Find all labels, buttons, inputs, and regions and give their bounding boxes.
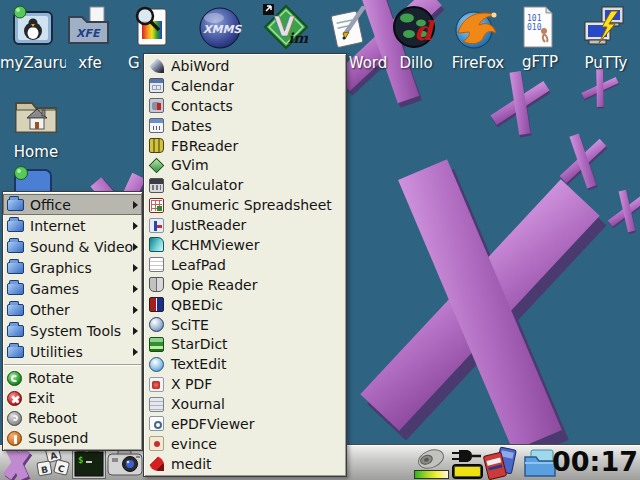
folder-icon <box>7 346 24 358</box>
taskbar-screenshot-button[interactable] <box>106 449 144 480</box>
abiword-icon <box>324 3 372 51</box>
dates-icon <box>149 118 164 133</box>
menu-item-fbreader[interactable]: FBReader <box>144 136 346 156</box>
keyboard-icon: A B C <box>35 447 73 479</box>
menu-item-epdfviewer[interactable]: ePDFViewer <box>144 414 346 434</box>
desktop-icon-image-viewer[interactable] <box>128 3 176 51</box>
menu-item-leafpad[interactable]: LeafPad <box>144 255 346 275</box>
menu-item-label: GVim <box>171 157 209 173</box>
exit-icon <box>7 391 22 406</box>
menu-category-utilities[interactable]: Utilities <box>3 341 142 362</box>
menu-item-scite[interactable]: SciTE <box>144 315 346 335</box>
menu-category-graphics[interactable]: Graphics <box>3 257 142 278</box>
menu-category-label: Internet <box>30 218 86 234</box>
desktop-icon-label-image-viewer: G <box>128 54 143 72</box>
menu-action-label: Rotate <box>28 370 74 386</box>
menu-category-office[interactable]: Office <box>3 194 142 215</box>
desktop-icon-xmms[interactable]: XMMS <box>196 3 244 51</box>
leafpad-notepad-icon <box>149 257 164 272</box>
taskbar-keyboard-button[interactable]: A B C <box>35 447 73 480</box>
dictionary-book-icon <box>149 297 164 312</box>
menu-item-label: KCHMViewer <box>171 237 259 253</box>
menu-item-abiword[interactable]: AbiWord <box>144 56 346 76</box>
menu-item-gnumeric[interactable]: Gnumeric Spreadsheet <box>144 195 346 215</box>
menu-category-system-tools[interactable]: System Tools <box>3 320 142 341</box>
submenu-arrow-icon <box>133 306 138 314</box>
vim-icon: V im <box>262 3 310 51</box>
menu-item-label: LeafPad <box>171 257 226 273</box>
menu-item-label: AbiWord <box>171 58 229 74</box>
camera-icon <box>106 449 144 477</box>
svg-text:XMMS: XMMS <box>203 23 242 36</box>
menu-item-justreader[interactable]: JustReader <box>144 215 346 235</box>
desktop-icon-gftp[interactable]: 101 010 <box>514 3 562 51</box>
menu-category-label: Office <box>30 197 71 213</box>
menu-item-contacts[interactable]: Contacts <box>144 96 346 116</box>
firefox-icon <box>452 3 500 51</box>
desktop-icon-abiword[interactable] <box>324 3 372 51</box>
menu-separator <box>4 364 141 366</box>
menu-category-other[interactable]: Other <box>3 299 142 320</box>
menu-category-label: System Tools <box>30 323 121 339</box>
menu-item-xpdf[interactable]: X PDF <box>144 374 346 394</box>
menu-item-qbedic[interactable]: QBEDic <box>144 295 346 315</box>
menu-category-label: Utilities <box>30 344 83 360</box>
menu-item-gvim[interactable]: GVim <box>144 155 346 175</box>
menu-item-label: Gnumeric Spreadsheet <box>171 197 332 213</box>
menu-item-textedit[interactable]: TextEdit <box>144 354 346 374</box>
gftp-icon: 101 010 <box>514 3 562 51</box>
desktop-icon-firefox[interactable] <box>452 3 500 51</box>
desktop-icon-label-firefox: FireFox <box>444 54 512 72</box>
tray-memory-cards[interactable] <box>482 446 522 480</box>
submenu-arrow-icon <box>133 327 138 335</box>
menu-item-evince[interactable]: evince <box>144 434 346 454</box>
desktop-icon-dillo[interactable]: d <box>390 3 438 51</box>
myzaurus-icon <box>8 3 56 51</box>
menu-action-reboot[interactable]: Reboot <box>3 408 142 428</box>
menu-item-label: Xournal <box>171 396 225 412</box>
submenu-arrow-icon <box>133 285 138 293</box>
scite-globe-icon <box>149 317 164 332</box>
desktop-icon-vim[interactable]: V im <box>262 3 310 51</box>
menu-item-label: Calendar <box>171 78 234 94</box>
desktop-icon-myzaurus[interactable] <box>8 3 56 51</box>
menu-item-dates[interactable]: Dates <box>144 116 346 136</box>
battery-level-bar[interactable] <box>452 464 483 479</box>
menu-item-stardict[interactable]: StarDict <box>144 334 346 354</box>
taskbar-terminal-button[interactable]: $ <box>72 446 106 480</box>
folder-icon <box>7 262 24 274</box>
menu-item-xournal[interactable]: Xournal <box>144 394 346 414</box>
menu-category-label: Games <box>30 281 79 297</box>
menu-item-galculator[interactable]: Galculator <box>144 175 346 195</box>
desktop-icon-xfe[interactable]: XFE <box>64 3 112 51</box>
menu-item-label: Dates <box>171 118 212 134</box>
menu-action-suspend[interactable]: Suspend <box>3 428 142 448</box>
menu-action-label: Suspend <box>28 430 88 446</box>
menu-action-rotate[interactable]: Rotate <box>3 368 142 388</box>
menu-category-games[interactable]: Games <box>3 278 142 299</box>
desktop-icon-putty[interactable] <box>580 3 628 51</box>
submenu-arrow-icon <box>133 201 138 209</box>
menu-item-label: Galculator <box>171 177 243 193</box>
menu-item-label: Opie Reader <box>171 277 257 293</box>
menu-category-internet[interactable]: Internet <box>3 215 142 236</box>
menu-category-sound-video[interactable]: Sound & Video <box>3 236 142 257</box>
menu-item-kchmviewer[interactable]: KCHMViewer <box>144 235 346 255</box>
desktop-icon-partial[interactable] <box>12 166 54 192</box>
putty-icon <box>580 3 628 51</box>
journal-icon <box>149 397 164 412</box>
submenu-arrow-icon <box>133 348 138 356</box>
desktop-icon-label-myzaurus: myZaurus <box>0 54 66 72</box>
taskbar-launcher-x[interactable] <box>1 446 33 480</box>
volume-level-bar[interactable] <box>414 470 449 479</box>
desktop-icon-home[interactable] <box>12 90 60 138</box>
open-book-icon <box>149 277 164 292</box>
desktop-icon-label-xfe: xfe <box>68 54 112 72</box>
menu-item-medit[interactable]: medit <box>144 454 346 474</box>
menu-item-calendar[interactable]: Calendar <box>144 76 346 96</box>
menu-item-opie-reader[interactable]: Opie Reader <box>144 275 346 295</box>
pdf-document-icon <box>149 377 164 392</box>
menu-action-exit[interactable]: Exit <box>3 388 142 408</box>
xfe-icon: XFE <box>64 3 112 51</box>
pdf-viewer-icon <box>149 416 164 431</box>
